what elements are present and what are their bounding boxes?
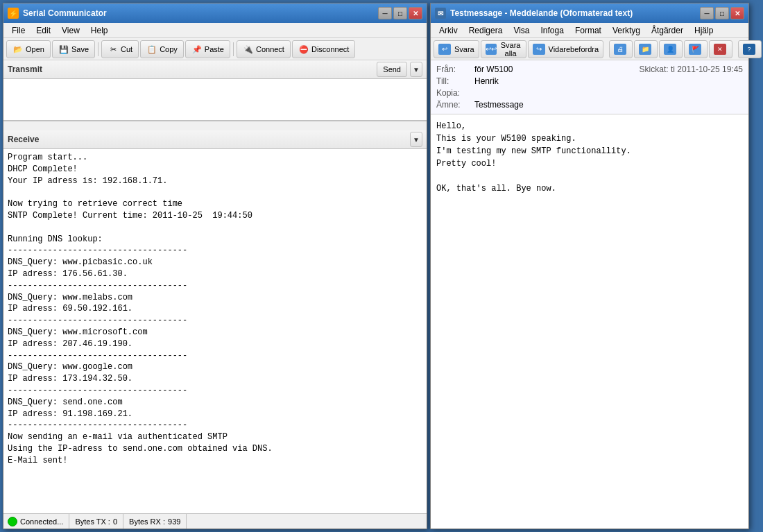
flag-button[interactable]: 🚩 [684,40,708,58]
menu-visa[interactable]: Visa [508,24,535,37]
forward-icon: ↪ [533,44,545,55]
bytes-tx-label: Bytes TX : [75,517,110,526]
menu-infoga[interactable]: Infoga [535,24,569,37]
connected-text: Connected... [20,517,63,526]
receive-section: Receive ▼ Program start... DHCP Complete… [3,130,427,513]
open-button[interactable]: 📂 Open [6,40,51,58]
reply-icon: ↩ [438,44,451,55]
menu-hjalp[interactable]: Hjälp [689,24,719,37]
menu-verktyg[interactable]: Verktyg [607,24,646,37]
transmit-area [3,79,427,121]
menu-atgarder[interactable]: Åtgärder [646,24,689,37]
minimize-button[interactable]: ─ [378,7,392,19]
serial-communicator-titlebar: ⚡ Serial Communicator ─ □ ✕ [3,3,427,23]
email-body: Hello, This is your W5100 speaking. I'm … [431,114,748,529]
connect-icon: 🔌 [243,44,254,55]
receive-label: Receive [8,135,39,144]
print-button[interactable]: 🖨 [609,40,633,58]
menu-format[interactable]: Format [569,24,607,37]
move-button[interactable]: 📁 [634,40,658,58]
email-window-title: Testmessage - Meddelande (Oformaterad te… [450,8,633,18]
email-titlebar-left: ✉ Testmessage - Meddelande (Oformaterad … [435,8,633,19]
subject-value: Testmessage [474,100,524,110]
print-icon: 🖨 [614,44,626,55]
status-indicator [8,517,17,526]
email-close-button[interactable]: ✕ [730,7,744,19]
copy-icon: 📋 [146,44,157,55]
copy-button[interactable]: 📋 Copy [140,40,184,58]
email-maximize-button[interactable]: □ [715,7,729,19]
left-toolbar: 📂 Open 💾 Save ✂ Cut 📋 Copy 📌 Paste 🔌 Con… [3,38,427,60]
help-icon: ? [743,44,755,55]
subject-label: Ämne: [436,100,474,110]
address-button[interactable]: 👤 [659,40,683,58]
bytes-tx-status: Bytes TX : 0 [69,514,123,529]
email-header: Från: för W5100 Skickat: ti 2011-10-25 1… [431,60,748,114]
to-label: Till: [436,76,474,86]
maximize-button[interactable]: □ [393,7,407,19]
email-toolbar: ↩ Svara ↩↩ Svara alla ↪ Vidarebefordra 🖨… [431,38,748,60]
bytes-rx-status: Bytes RX : 939 [123,514,187,529]
connect-button[interactable]: 🔌 Connect [237,40,291,58]
paste-icon: 📌 [191,44,203,55]
serial-communicator-icon: ⚡ [8,8,19,19]
email-window-icon: ✉ [435,8,446,19]
disconnect-icon: ⛔ [298,44,309,55]
receive-dropdown[interactable]: ▼ [410,132,422,147]
save-icon: 💾 [58,44,69,55]
sent-label: Skickat: ti 2011-10-25 19:45 [640,65,743,74]
titlebar-controls: ─ □ ✕ [378,7,422,19]
flag-icon: 🚩 [689,44,701,55]
from-row: Från: för W5100 Skickat: ti 2011-10-25 1… [436,65,743,74]
save-button[interactable]: 💾 Save [52,40,95,58]
transmit-input[interactable] [3,79,427,120]
subject-row: Ämne: Testmessage [436,100,743,110]
menu-help[interactable]: Help [85,24,114,37]
menu-file[interactable]: File [6,24,31,37]
reply-all-button[interactable]: ↩↩ Svara alla [481,40,526,58]
receive-text: Program start... DHCP Complete! Your IP … [3,149,427,470]
forward-button[interactable]: ↪ Vidarebefordra [528,40,604,58]
left-statusbar: Connected... Bytes TX : 0 Bytes RX : 939 [3,513,427,529]
titlebar-left: ⚡ Serial Communicator [8,8,107,19]
receive-content[interactable]: Program start... DHCP Complete! Your IP … [3,149,427,513]
connection-status: Connected... [8,514,69,529]
send-dropdown[interactable]: ▼ [410,62,422,77]
send-button[interactable]: Send [377,62,407,77]
reply-button[interactable]: ↩ Svara [434,40,479,58]
transmit-label: Transmit [8,65,42,74]
help-button[interactable]: ? [738,40,762,58]
serial-communicator-title: Serial Communicator [23,8,107,18]
menu-view[interactable]: View [56,24,85,37]
close-button[interactable]: ✕ [409,7,422,19]
toolbar-sep-1 [98,42,98,56]
delete-button[interactable]: ✕ [709,40,732,58]
reply-all-icon: ↩↩ [486,44,497,55]
transmit-header-right: Send ▼ [377,62,422,77]
cut-button[interactable]: ✂ Cut [101,40,139,58]
cc-label: Kopia: [436,88,474,98]
from-label: Från: [436,65,474,74]
email-titlebar-controls: ─ □ ✕ [700,7,744,19]
email-body-text: Hello, This is your W5100 speaking. I'm … [436,120,743,195]
to-row: Till: Henrik [436,76,743,86]
bytes-tx-value: 0 [113,517,117,526]
address-icon: 👤 [664,44,676,55]
email-titlebar: ✉ Testmessage - Meddelande (Oformaterad … [431,3,748,23]
disconnect-button[interactable]: ⛔ Disconnect [292,40,355,58]
bytes-rx-value: 939 [168,517,180,526]
menu-edit[interactable]: Edit [31,24,56,37]
email-minimize-button[interactable]: ─ [700,7,714,19]
to-value: Henrik [474,76,499,86]
transmit-scrollbar[interactable] [3,121,427,130]
cc-row: Kopia: [436,88,743,98]
menu-redigera[interactable]: Redigera [463,24,508,37]
cut-icon: ✂ [108,44,119,55]
email-menubar: Arkiv Redigera Visa Infoga Format Verkty… [431,23,748,38]
menu-arkiv[interactable]: Arkiv [434,24,463,37]
email-window: ✉ Testmessage - Meddelande (Oformaterad … [430,3,749,529]
paste-button[interactable]: 📌 Paste [185,40,230,58]
receive-header: Receive ▼ [3,130,427,149]
transmit-header: Transmit Send ▼ [3,60,427,79]
left-menubar: File Edit View Help [3,23,427,38]
